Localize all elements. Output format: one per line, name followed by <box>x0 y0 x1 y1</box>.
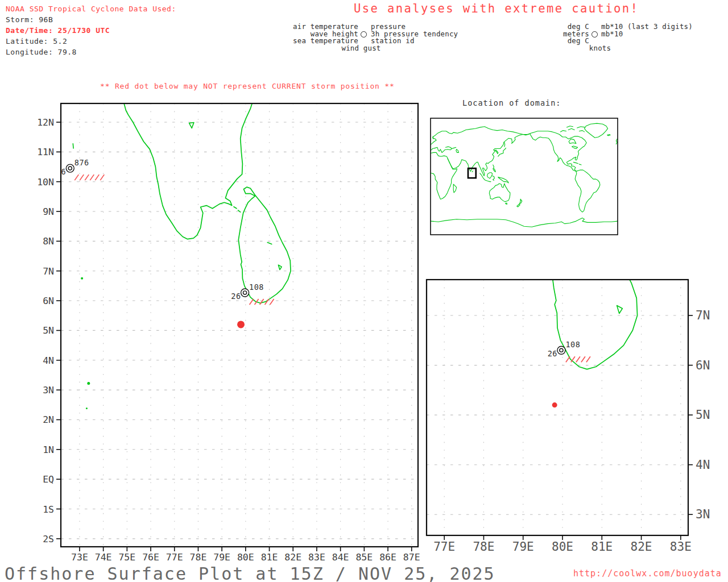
x-axis-tick-label: 82E <box>284 552 301 563</box>
station-circle-icon <box>557 346 565 354</box>
x-axis-tick-label: 81E <box>261 552 278 563</box>
y-axis-tick-label: 2S <box>43 534 54 544</box>
y-axis-tick-label: 1N <box>43 444 54 455</box>
station-circle-icon <box>66 164 74 172</box>
x-axis-tick-label: 77E <box>166 552 183 563</box>
station-temp-value: 6 <box>61 167 67 176</box>
y-axis-tick-label: EQ <box>43 474 54 485</box>
y-axis-tick-label: 3N <box>696 508 710 521</box>
y-axis-tick-label: 1S <box>43 504 54 515</box>
y-axis-tick-label: 5N <box>696 408 710 422</box>
station-temp-value: 26 <box>548 349 557 358</box>
offshore-surface-plot-page: NOAA SSD Tropical Cyclone Data Used: Sto… <box>0 0 728 582</box>
station-plot: 10826 <box>231 282 274 305</box>
x-axis-tick-label: 85E <box>355 552 373 563</box>
x-axis-tick-label: 82E <box>631 540 652 554</box>
y-axis-tick-label: 10N <box>37 177 54 188</box>
island-dot <box>87 382 90 385</box>
station-temp-value: 26 <box>231 292 241 301</box>
y-axis-tick-label: 2N <box>43 414 54 425</box>
x-axis-tick-label: 86E <box>379 552 396 563</box>
x-axis-tick-label: 78E <box>190 552 207 563</box>
station-plot: 8766 <box>61 158 105 180</box>
island-dot <box>86 408 88 409</box>
station-circle-icon <box>241 289 249 297</box>
island-dot <box>81 277 83 280</box>
wind-gust-hatches <box>250 299 274 305</box>
station-pressure-value: 876 <box>75 158 89 167</box>
y-axis-tick-label: 6N <box>696 359 710 372</box>
y-axis-tick-label: 9N <box>43 206 54 217</box>
y-axis-tick-label: 6N <box>43 296 54 306</box>
world-locator-map <box>431 118 618 235</box>
y-axis-tick-label: 7N <box>43 266 54 277</box>
x-axis-tick-label: 74E <box>95 552 112 563</box>
y-axis-tick-label: 4N <box>696 458 710 472</box>
x-axis-tick-label: 80E <box>237 552 254 563</box>
x-axis-tick-label: 75E <box>118 552 135 563</box>
surface-plot-svg: 87661082673E74E75E76E77E78E79E80E81E82E8… <box>0 0 728 582</box>
station-pressure-value: 108 <box>249 282 264 292</box>
source-url: http://coolwx.com/buoydata <box>573 568 722 579</box>
wind-gust-hatches <box>75 174 104 180</box>
main-map: 87661082673E74E75E76E77E78E79E80E81E82E8… <box>37 101 420 563</box>
y-axis-tick-label: 8N <box>43 236 54 247</box>
x-axis-tick-label: 76E <box>142 552 159 563</box>
y-axis-tick-label: 4N <box>43 355 54 366</box>
station-pressure-value: 108 <box>565 340 580 349</box>
y-axis-tick-label: 5N <box>43 325 54 336</box>
map-frame <box>431 118 618 235</box>
wind-gust-hatches <box>566 356 590 362</box>
y-axis-tick-label: 12N <box>37 117 54 128</box>
x-axis-tick-label: 83E <box>308 552 325 563</box>
y-axis-tick-label: 11N <box>37 147 54 157</box>
storm-position-dot <box>237 321 245 328</box>
storm-position-dot <box>552 402 557 408</box>
x-axis-tick-label: 79E <box>512 540 534 554</box>
station-plot: 10826 <box>548 340 590 362</box>
x-axis-tick-label: 77E <box>433 540 455 554</box>
zoom-inset-map: 1082677E78E79E80E81E82E83E7N6N5N4N3N <box>427 175 710 554</box>
domain-box <box>468 168 476 178</box>
x-axis-tick-label: 84E <box>332 552 349 563</box>
x-axis-tick-label: 81E <box>591 540 613 554</box>
x-axis-tick-label: 79E <box>213 552 230 563</box>
x-axis-tick-label: 78E <box>473 540 494 554</box>
x-axis-tick-label: 83E <box>670 540 692 554</box>
x-axis-tick-label: 80E <box>552 540 573 554</box>
y-axis-tick-label: 7N <box>696 309 710 322</box>
y-axis-tick-label: 3N <box>43 385 54 396</box>
x-axis-tick-label: 73E <box>71 552 88 563</box>
plot-title: Offshore Surface Plot at 15Z / NOV 25, 2… <box>5 564 495 582</box>
x-axis-tick-label: 87E <box>403 552 420 563</box>
